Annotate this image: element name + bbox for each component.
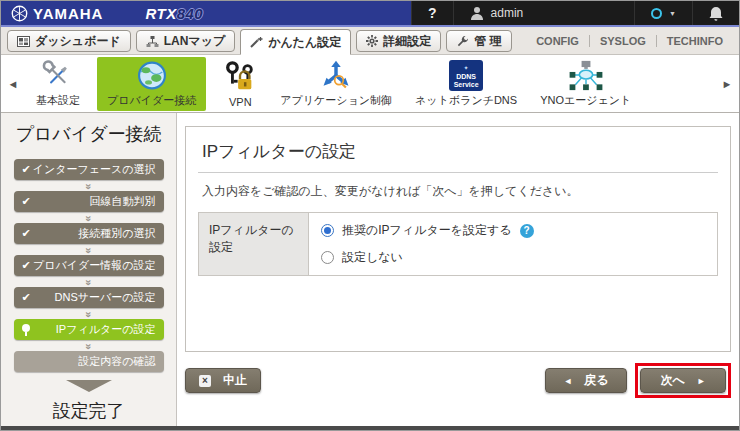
syslog-link[interactable]: SYSLOG bbox=[589, 35, 656, 47]
wizard-title: プロバイダー接続 bbox=[15, 122, 161, 146]
status-ring-icon bbox=[651, 8, 662, 19]
top-bar-utility-area: ? admin ▼ bbox=[411, 1, 739, 25]
abort-button[interactable]: × 中止 bbox=[185, 368, 261, 393]
option-recommended-filter[interactable]: 推奨のIPフィルターを設定する ? bbox=[321, 217, 705, 244]
step-line-auto-detect[interactable]: ✔ 回線自動判別 bbox=[14, 191, 164, 212]
top-bar-brand-area: YAMAHA RTX840 bbox=[1, 1, 411, 25]
category-label: 基本設定 bbox=[36, 93, 80, 108]
category-label: ネットボランチDNS bbox=[415, 93, 517, 108]
next-button[interactable]: 次へ ► bbox=[640, 368, 726, 393]
netvolante-mark: ✦ bbox=[464, 65, 469, 71]
step-separator-chevron-icon: » bbox=[86, 340, 91, 351]
notifications-button[interactable] bbox=[692, 1, 739, 25]
wizard-sidebar: プロバイダー接続 ✔ インターフェースの選択 » ✔ 回線自動判別 » ✔ 接続… bbox=[1, 113, 177, 426]
user-menu[interactable]: admin bbox=[453, 1, 635, 25]
bottom-status-bar bbox=[1, 426, 739, 430]
yamaha-logo: YAMAHA bbox=[11, 5, 103, 22]
help-badge-icon[interactable]: ? bbox=[520, 224, 534, 238]
gear-icon bbox=[366, 35, 378, 47]
help-icon: ? bbox=[428, 5, 437, 21]
option-label: 設定しない bbox=[342, 249, 403, 266]
step-label: 設定内容の確認 bbox=[78, 354, 155, 369]
step-provider-info[interactable]: ✔ プロバイダー情報の設定 bbox=[14, 255, 164, 276]
tab-bar: ダッシュボード LANマップ かんたん設定 詳細設定 管 理 CONFIG SY… bbox=[1, 27, 739, 55]
tab-label: 詳細設定 bbox=[383, 33, 431, 50]
lan-map-icon bbox=[146, 36, 159, 47]
check-icon: ✔ bbox=[22, 291, 31, 304]
wand-icon bbox=[250, 36, 263, 48]
keys-lock-icon bbox=[223, 60, 257, 94]
step-label: 回線自動判別 bbox=[90, 194, 156, 209]
check-icon: ✔ bbox=[22, 227, 31, 240]
page-title: IPフィルターの設定 bbox=[186, 127, 730, 172]
tab-dashboard[interactable]: ダッシュボード bbox=[7, 30, 131, 52]
category-provider-connection[interactable]: プロバイダー接続 bbox=[97, 57, 206, 111]
step-separator-chevron-icon: » bbox=[86, 244, 91, 255]
user-icon bbox=[470, 6, 484, 20]
chevron-down-icon: ▼ bbox=[669, 10, 676, 17]
tab-advanced-settings[interactable]: 詳細設定 bbox=[356, 30, 441, 52]
current-step-pin-icon bbox=[22, 324, 30, 336]
tab-easy-setup[interactable]: かんたん設定 bbox=[240, 29, 351, 55]
step-confirm-settings[interactable]: 設定内容の確認 bbox=[14, 351, 164, 372]
category-basic-settings[interactable]: 基本設定 bbox=[30, 57, 86, 111]
main-content: IPフィルターの設定 入力内容をご確認の上、変更がなければ「次へ」を押してくださ… bbox=[177, 113, 739, 426]
form-row-label: IPフィルターの設定 bbox=[199, 213, 309, 275]
category-label: YNOエージェント bbox=[540, 93, 631, 108]
yamaha-tuning-forks-icon bbox=[11, 5, 28, 22]
category-netvolante-dns[interactable]: ✦ DDNS Service ネットボランチDNS bbox=[409, 57, 523, 111]
username: admin bbox=[491, 6, 524, 20]
category-yno-agent[interactable]: YNOエージェント bbox=[534, 57, 637, 111]
tab-label: 管 理 bbox=[474, 33, 501, 50]
category-vpn[interactable]: VPN bbox=[217, 57, 263, 111]
option-no-filter[interactable]: 設定しない bbox=[321, 244, 705, 271]
utility-links: CONFIG SYSLOG TECHINFO bbox=[526, 27, 733, 54]
step-connection-type[interactable]: ✔ 接続種別の選択 bbox=[14, 223, 164, 244]
step-ip-filter-current[interactable]: IPフィルターの設定 bbox=[14, 319, 164, 340]
status-dropdown[interactable]: ▼ bbox=[634, 1, 692, 25]
back-button[interactable]: ◄ 戻る bbox=[545, 368, 627, 393]
ddns-icon-text-1: DDNS bbox=[456, 73, 476, 81]
step-separator-chevron-icon: » bbox=[86, 180, 91, 191]
scroll-right-arrow-icon[interactable]: ► bbox=[721, 78, 733, 90]
techinfo-link[interactable]: TECHINFO bbox=[656, 35, 733, 47]
step-dns-server[interactable]: ✔ DNSサーバーの設定 bbox=[14, 287, 164, 308]
radio-selected-icon[interactable] bbox=[321, 224, 334, 237]
category-label: プロバイダー接続 bbox=[107, 93, 196, 108]
bell-icon bbox=[709, 6, 723, 21]
step-label: 接続種別の選択 bbox=[78, 226, 155, 241]
radio-unselected-icon[interactable] bbox=[321, 251, 334, 264]
step-interface-selection[interactable]: ✔ インターフェースの選択 bbox=[14, 159, 164, 180]
check-icon: ✔ bbox=[22, 195, 31, 208]
next-label: 次へ bbox=[660, 372, 684, 389]
tab-label: LANマップ bbox=[164, 33, 226, 50]
category-bar: ◄ 基本設定 プロバイダー接続 bbox=[1, 55, 739, 113]
step-separator-chevron-icon: » bbox=[86, 276, 91, 287]
yno-network-icon bbox=[567, 60, 605, 91]
dashboard-icon bbox=[17, 36, 30, 47]
scroll-left-arrow-icon[interactable]: ◄ bbox=[7, 78, 19, 90]
red-highlight-annotation: 次へ ► bbox=[635, 363, 731, 398]
step-label: IPフィルターの設定 bbox=[56, 322, 156, 337]
ddns-icon-text-2: Service bbox=[454, 81, 479, 89]
tab-management[interactable]: 管 理 bbox=[446, 30, 511, 52]
model-number: 840 bbox=[177, 5, 204, 22]
tab-label: ダッシュボード bbox=[35, 33, 121, 50]
config-link[interactable]: CONFIG bbox=[526, 35, 589, 47]
action-button-row: × 中止 ◄ 戻る 次へ ► bbox=[185, 363, 731, 398]
step-label: プロバイダー情報の設定 bbox=[33, 258, 156, 273]
check-icon: ✔ bbox=[22, 259, 31, 272]
category-label: VPN bbox=[229, 96, 252, 108]
top-bar: YAMAHA RTX840 ? admin ▼ bbox=[1, 1, 739, 25]
tab-lan-map[interactable]: LANマップ bbox=[136, 30, 236, 52]
brand-text: YAMAHA bbox=[33, 5, 103, 22]
settings-panel: IPフィルターの設定 入力内容をご確認の上、変更がなければ「次へ」を押してくださ… bbox=[185, 126, 731, 352]
category-application-control[interactable]: アプリケーション制御 bbox=[274, 57, 398, 111]
option-label: 推奨のIPフィルターを設定する bbox=[342, 222, 512, 239]
model-logo: RTX840 bbox=[145, 5, 203, 22]
app-window: YAMAHA RTX840 ? admin ▼ ダッシュボード bbox=[0, 0, 740, 431]
wrench-icon bbox=[456, 35, 469, 48]
back-label: 戻る bbox=[584, 372, 608, 389]
help-button[interactable]: ? bbox=[411, 1, 453, 25]
finish-arrow-icon bbox=[66, 380, 112, 392]
